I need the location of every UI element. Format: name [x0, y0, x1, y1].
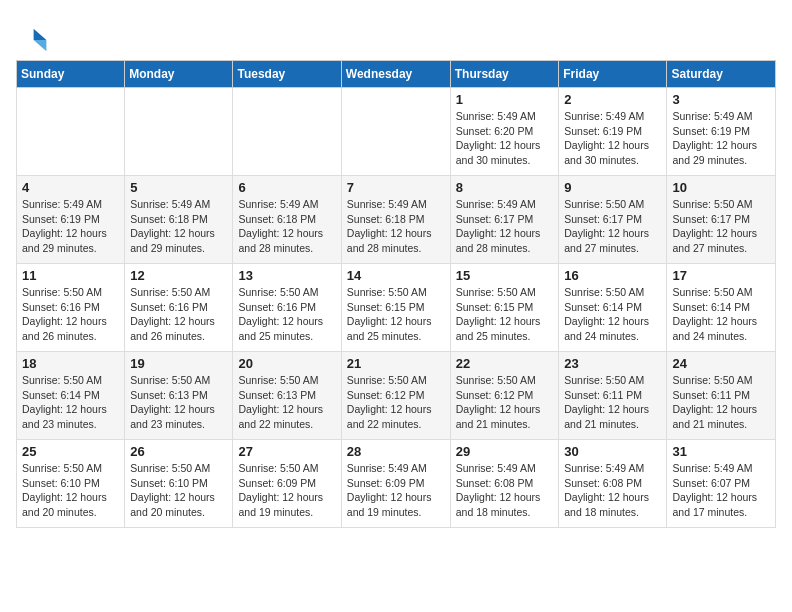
calendar-cell: 4Sunrise: 5:49 AM Sunset: 6:19 PM Daylig…	[17, 176, 125, 264]
calendar-cell: 18Sunrise: 5:50 AM Sunset: 6:14 PM Dayli…	[17, 352, 125, 440]
day-info: Sunrise: 5:50 AM Sunset: 6:10 PM Dayligh…	[22, 461, 119, 520]
day-info: Sunrise: 5:50 AM Sunset: 6:16 PM Dayligh…	[130, 285, 227, 344]
day-number: 13	[238, 268, 335, 283]
day-number: 2	[564, 92, 661, 107]
calendar-cell: 2Sunrise: 5:49 AM Sunset: 6:19 PM Daylig…	[559, 88, 667, 176]
day-info: Sunrise: 5:49 AM Sunset: 6:20 PM Dayligh…	[456, 109, 554, 168]
calendar-cell: 19Sunrise: 5:50 AM Sunset: 6:13 PM Dayli…	[125, 352, 233, 440]
calendar-cell: 16Sunrise: 5:50 AM Sunset: 6:14 PM Dayli…	[559, 264, 667, 352]
day-info: Sunrise: 5:50 AM Sunset: 6:12 PM Dayligh…	[456, 373, 554, 432]
calendar-cell: 20Sunrise: 5:50 AM Sunset: 6:13 PM Dayli…	[233, 352, 341, 440]
svg-marker-0	[34, 29, 47, 40]
day-number: 26	[130, 444, 227, 459]
day-number: 19	[130, 356, 227, 371]
calendar-cell: 8Sunrise: 5:49 AM Sunset: 6:17 PM Daylig…	[450, 176, 559, 264]
day-info: Sunrise: 5:50 AM Sunset: 6:11 PM Dayligh…	[672, 373, 770, 432]
calendar-cell: 1Sunrise: 5:49 AM Sunset: 6:20 PM Daylig…	[450, 88, 559, 176]
day-number: 23	[564, 356, 661, 371]
calendar-cell: 17Sunrise: 5:50 AM Sunset: 6:14 PM Dayli…	[667, 264, 776, 352]
day-number: 14	[347, 268, 445, 283]
calendar-cell: 11Sunrise: 5:50 AM Sunset: 6:16 PM Dayli…	[17, 264, 125, 352]
calendar-cell: 15Sunrise: 5:50 AM Sunset: 6:15 PM Dayli…	[450, 264, 559, 352]
calendar-cell: 28Sunrise: 5:49 AM Sunset: 6:09 PM Dayli…	[341, 440, 450, 528]
day-number: 27	[238, 444, 335, 459]
calendar-cell: 30Sunrise: 5:49 AM Sunset: 6:08 PM Dayli…	[559, 440, 667, 528]
day-number: 16	[564, 268, 661, 283]
calendar-cell	[125, 88, 233, 176]
logo-icon	[16, 24, 48, 56]
day-number: 30	[564, 444, 661, 459]
day-number: 11	[22, 268, 119, 283]
day-info: Sunrise: 5:50 AM Sunset: 6:17 PM Dayligh…	[672, 197, 770, 256]
day-number: 22	[456, 356, 554, 371]
calendar-cell: 12Sunrise: 5:50 AM Sunset: 6:16 PM Dayli…	[125, 264, 233, 352]
week-row-3: 18Sunrise: 5:50 AM Sunset: 6:14 PM Dayli…	[17, 352, 776, 440]
calendar-cell: 25Sunrise: 5:50 AM Sunset: 6:10 PM Dayli…	[17, 440, 125, 528]
day-info: Sunrise: 5:49 AM Sunset: 6:17 PM Dayligh…	[456, 197, 554, 256]
day-info: Sunrise: 5:50 AM Sunset: 6:10 PM Dayligh…	[130, 461, 227, 520]
day-info: Sunrise: 5:50 AM Sunset: 6:15 PM Dayligh…	[347, 285, 445, 344]
day-info: Sunrise: 5:50 AM Sunset: 6:09 PM Dayligh…	[238, 461, 335, 520]
calendar: SundayMondayTuesdayWednesdayThursdayFrid…	[16, 60, 776, 528]
day-number: 24	[672, 356, 770, 371]
day-number: 20	[238, 356, 335, 371]
day-info: Sunrise: 5:50 AM Sunset: 6:16 PM Dayligh…	[22, 285, 119, 344]
header-cell-wednesday: Wednesday	[341, 61, 450, 88]
day-number: 12	[130, 268, 227, 283]
week-row-4: 25Sunrise: 5:50 AM Sunset: 6:10 PM Dayli…	[17, 440, 776, 528]
day-info: Sunrise: 5:49 AM Sunset: 6:19 PM Dayligh…	[22, 197, 119, 256]
calendar-header: SundayMondayTuesdayWednesdayThursdayFrid…	[17, 61, 776, 88]
day-info: Sunrise: 5:50 AM Sunset: 6:12 PM Dayligh…	[347, 373, 445, 432]
week-row-0: 1Sunrise: 5:49 AM Sunset: 6:20 PM Daylig…	[17, 88, 776, 176]
calendar-cell: 29Sunrise: 5:49 AM Sunset: 6:08 PM Dayli…	[450, 440, 559, 528]
day-number: 29	[456, 444, 554, 459]
day-info: Sunrise: 5:49 AM Sunset: 6:19 PM Dayligh…	[564, 109, 661, 168]
header-cell-thursday: Thursday	[450, 61, 559, 88]
day-info: Sunrise: 5:50 AM Sunset: 6:17 PM Dayligh…	[564, 197, 661, 256]
header-cell-friday: Friday	[559, 61, 667, 88]
day-number: 6	[238, 180, 335, 195]
day-number: 18	[22, 356, 119, 371]
day-info: Sunrise: 5:49 AM Sunset: 6:18 PM Dayligh…	[238, 197, 335, 256]
day-info: Sunrise: 5:50 AM Sunset: 6:16 PM Dayligh…	[238, 285, 335, 344]
day-info: Sunrise: 5:49 AM Sunset: 6:08 PM Dayligh…	[456, 461, 554, 520]
header-cell-monday: Monday	[125, 61, 233, 88]
day-info: Sunrise: 5:49 AM Sunset: 6:18 PM Dayligh…	[347, 197, 445, 256]
calendar-cell: 31Sunrise: 5:49 AM Sunset: 6:07 PM Dayli…	[667, 440, 776, 528]
header-cell-saturday: Saturday	[667, 61, 776, 88]
calendar-cell: 9Sunrise: 5:50 AM Sunset: 6:17 PM Daylig…	[559, 176, 667, 264]
header-cell-tuesday: Tuesday	[233, 61, 341, 88]
week-row-1: 4Sunrise: 5:49 AM Sunset: 6:19 PM Daylig…	[17, 176, 776, 264]
day-info: Sunrise: 5:50 AM Sunset: 6:11 PM Dayligh…	[564, 373, 661, 432]
day-info: Sunrise: 5:49 AM Sunset: 6:07 PM Dayligh…	[672, 461, 770, 520]
calendar-cell	[341, 88, 450, 176]
day-info: Sunrise: 5:50 AM Sunset: 6:15 PM Dayligh…	[456, 285, 554, 344]
day-info: Sunrise: 5:50 AM Sunset: 6:14 PM Dayligh…	[672, 285, 770, 344]
calendar-cell: 23Sunrise: 5:50 AM Sunset: 6:11 PM Dayli…	[559, 352, 667, 440]
day-number: 9	[564, 180, 661, 195]
title-area	[52, 16, 776, 18]
day-number: 31	[672, 444, 770, 459]
calendar-cell: 14Sunrise: 5:50 AM Sunset: 6:15 PM Dayli…	[341, 264, 450, 352]
day-info: Sunrise: 5:50 AM Sunset: 6:13 PM Dayligh…	[238, 373, 335, 432]
calendar-cell: 22Sunrise: 5:50 AM Sunset: 6:12 PM Dayli…	[450, 352, 559, 440]
calendar-cell: 6Sunrise: 5:49 AM Sunset: 6:18 PM Daylig…	[233, 176, 341, 264]
calendar-cell: 21Sunrise: 5:50 AM Sunset: 6:12 PM Dayli…	[341, 352, 450, 440]
calendar-cell	[233, 88, 341, 176]
day-number: 4	[22, 180, 119, 195]
day-info: Sunrise: 5:50 AM Sunset: 6:13 PM Dayligh…	[130, 373, 227, 432]
day-number: 3	[672, 92, 770, 107]
header-row: SundayMondayTuesdayWednesdayThursdayFrid…	[17, 61, 776, 88]
day-number: 28	[347, 444, 445, 459]
day-number: 17	[672, 268, 770, 283]
day-info: Sunrise: 5:50 AM Sunset: 6:14 PM Dayligh…	[564, 285, 661, 344]
svg-marker-1	[34, 40, 47, 51]
calendar-cell: 27Sunrise: 5:50 AM Sunset: 6:09 PM Dayli…	[233, 440, 341, 528]
calendar-cell: 13Sunrise: 5:50 AM Sunset: 6:16 PM Dayli…	[233, 264, 341, 352]
day-number: 5	[130, 180, 227, 195]
day-number: 25	[22, 444, 119, 459]
logo	[16, 24, 52, 56]
day-info: Sunrise: 5:49 AM Sunset: 6:18 PM Dayligh…	[130, 197, 227, 256]
calendar-cell: 5Sunrise: 5:49 AM Sunset: 6:18 PM Daylig…	[125, 176, 233, 264]
calendar-cell: 24Sunrise: 5:50 AM Sunset: 6:11 PM Dayli…	[667, 352, 776, 440]
